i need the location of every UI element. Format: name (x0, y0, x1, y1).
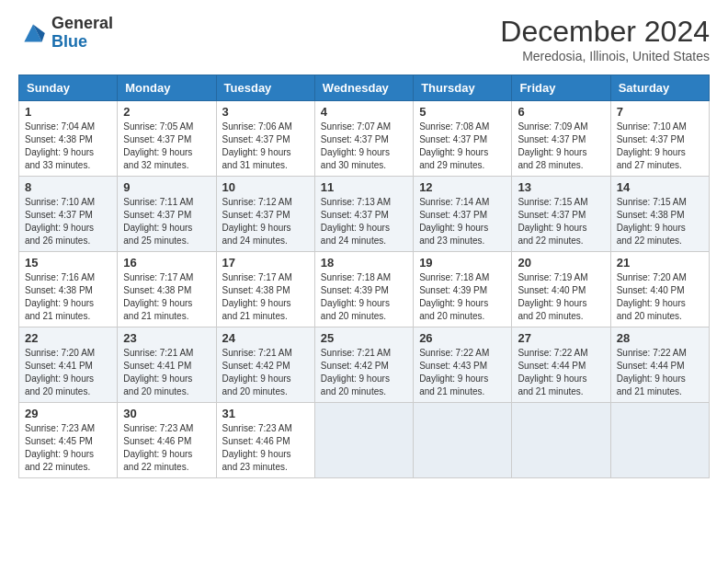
cell-info: Sunrise: 7:13 AMSunset: 4:37 PMDaylight:… (321, 196, 407, 247)
calendar-cell: 25Sunrise: 7:21 AMSunset: 4:42 PMDayligh… (314, 327, 413, 403)
calendar-cell (414, 403, 512, 478)
day-number: 29 (25, 407, 111, 420)
calendar-cell (512, 403, 610, 478)
calendar-cell: 22Sunrise: 7:20 AMSunset: 4:41 PMDayligh… (19, 327, 118, 403)
cell-info: Sunrise: 7:16 AMSunset: 4:38 PMDaylight:… (25, 271, 111, 323)
calendar-cell: 9Sunrise: 7:11 AMSunset: 4:37 PMDaylight… (118, 177, 216, 252)
day-number: 9 (123, 180, 210, 194)
day-number: 16 (123, 256, 210, 270)
cell-info: Sunrise: 7:12 AMSunset: 4:37 PMDaylight:… (222, 196, 309, 247)
cell-info: Sunrise: 7:08 AMSunset: 4:37 PMDaylight:… (419, 121, 506, 172)
calendar-cell: 27Sunrise: 7:22 AMSunset: 4:44 PMDayligh… (512, 327, 610, 403)
calendar-cell: 26Sunrise: 7:22 AMSunset: 4:43 PMDayligh… (414, 327, 512, 403)
cell-info: Sunrise: 7:05 AMSunset: 4:37 PMDaylight:… (123, 121, 210, 172)
day-number: 18 (321, 256, 407, 270)
calendar-cell: 28Sunrise: 7:22 AMSunset: 4:44 PMDayligh… (610, 327, 709, 403)
col-header-wednesday: Wednesday (314, 75, 413, 101)
cell-info: Sunrise: 7:20 AMSunset: 4:40 PMDaylight:… (617, 271, 703, 323)
cell-info: Sunrise: 7:18 AMSunset: 4:39 PMDaylight:… (419, 271, 506, 323)
day-number: 28 (617, 331, 703, 345)
location: Meredosia, Illinois, United States (500, 49, 710, 63)
calendar-cell: 10Sunrise: 7:12 AMSunset: 4:37 PMDayligh… (216, 177, 314, 252)
day-number: 30 (123, 407, 210, 420)
calendar-cell: 6Sunrise: 7:09 AMSunset: 4:37 PMDaylight… (512, 101, 610, 177)
calendar-cell: 21Sunrise: 7:20 AMSunset: 4:40 PMDayligh… (610, 252, 709, 327)
calendar-cell: 13Sunrise: 7:15 AMSunset: 4:37 PMDayligh… (512, 177, 610, 252)
day-number: 1 (25, 105, 111, 119)
cell-info: Sunrise: 7:17 AMSunset: 4:38 PMDaylight:… (222, 271, 309, 323)
cell-info: Sunrise: 7:15 AMSunset: 4:37 PMDaylight:… (518, 196, 604, 247)
calendar-cell: 24Sunrise: 7:21 AMSunset: 4:42 PMDayligh… (216, 327, 314, 403)
cell-info: Sunrise: 7:20 AMSunset: 4:41 PMDaylight:… (25, 347, 111, 398)
calendar-cell: 31Sunrise: 7:23 AMSunset: 4:46 PMDayligh… (216, 403, 314, 478)
calendar-cell: 30Sunrise: 7:23 AMSunset: 4:46 PMDayligh… (118, 403, 216, 478)
cell-info: Sunrise: 7:07 AMSunset: 4:37 PMDaylight:… (321, 121, 407, 172)
cell-info: Sunrise: 7:11 AMSunset: 4:37 PMDaylight:… (123, 196, 210, 247)
cell-info: Sunrise: 7:10 AMSunset: 4:37 PMDaylight:… (25, 196, 111, 247)
day-number: 22 (25, 331, 111, 345)
logo: General Blue (18, 15, 113, 52)
day-number: 2 (123, 105, 210, 119)
cell-info: Sunrise: 7:06 AMSunset: 4:37 PMDaylight:… (222, 121, 309, 172)
day-number: 25 (321, 331, 407, 345)
calendar-cell: 5Sunrise: 7:08 AMSunset: 4:37 PMDaylight… (414, 101, 512, 177)
logo-icon (18, 18, 48, 48)
col-header-saturday: Saturday (610, 75, 709, 101)
calendar-cell: 4Sunrise: 7:07 AMSunset: 4:37 PMDaylight… (314, 101, 413, 177)
day-number: 12 (419, 180, 506, 194)
calendar-cell: 18Sunrise: 7:18 AMSunset: 4:39 PMDayligh… (314, 252, 413, 327)
day-number: 5 (419, 105, 506, 119)
day-number: 10 (222, 180, 309, 194)
calendar-cell: 19Sunrise: 7:18 AMSunset: 4:39 PMDayligh… (414, 252, 512, 327)
cell-info: Sunrise: 7:19 AMSunset: 4:40 PMDaylight:… (518, 271, 604, 323)
day-number: 17 (222, 256, 309, 270)
cell-info: Sunrise: 7:21 AMSunset: 4:42 PMDaylight:… (321, 347, 407, 398)
cell-info: Sunrise: 7:04 AMSunset: 4:38 PMDaylight:… (25, 121, 111, 172)
day-number: 15 (25, 256, 111, 270)
day-number: 23 (123, 331, 210, 345)
cell-info: Sunrise: 7:17 AMSunset: 4:38 PMDaylight:… (123, 271, 210, 323)
day-number: 27 (518, 331, 604, 345)
calendar-cell: 3Sunrise: 7:06 AMSunset: 4:37 PMDaylight… (216, 101, 314, 177)
day-number: 26 (419, 331, 506, 345)
day-number: 7 (617, 105, 703, 119)
calendar-cell: 23Sunrise: 7:21 AMSunset: 4:41 PMDayligh… (118, 327, 216, 403)
calendar-cell: 29Sunrise: 7:23 AMSunset: 4:45 PMDayligh… (19, 403, 118, 478)
cell-info: Sunrise: 7:23 AMSunset: 4:46 PMDaylight:… (123, 422, 210, 474)
col-header-friday: Friday (512, 75, 610, 101)
calendar-cell: 1Sunrise: 7:04 AMSunset: 4:38 PMDaylight… (19, 101, 118, 177)
day-number: 4 (321, 105, 407, 119)
title-area: December 2024 Meredosia, Illinois, Unite… (500, 15, 710, 63)
col-header-sunday: Sunday (19, 75, 118, 101)
month-title: December 2024 (500, 15, 710, 49)
calendar-cell: 17Sunrise: 7:17 AMSunset: 4:38 PMDayligh… (216, 252, 314, 327)
day-number: 8 (25, 180, 111, 194)
day-number: 11 (321, 180, 407, 194)
calendar-table: SundayMondayTuesdayWednesdayThursdayFrid… (18, 75, 710, 478)
cell-info: Sunrise: 7:23 AMSunset: 4:46 PMDaylight:… (222, 422, 309, 474)
calendar-cell (610, 403, 709, 478)
cell-info: Sunrise: 7:21 AMSunset: 4:41 PMDaylight:… (123, 347, 210, 398)
cell-info: Sunrise: 7:09 AMSunset: 4:37 PMDaylight:… (518, 121, 604, 172)
day-number: 19 (419, 256, 506, 270)
day-number: 31 (222, 407, 309, 420)
cell-info: Sunrise: 7:23 AMSunset: 4:45 PMDaylight:… (25, 422, 111, 474)
cell-info: Sunrise: 7:22 AMSunset: 4:44 PMDaylight:… (518, 347, 604, 398)
calendar-cell: 7Sunrise: 7:10 AMSunset: 4:37 PMDaylight… (610, 101, 709, 177)
calendar-cell: 20Sunrise: 7:19 AMSunset: 4:40 PMDayligh… (512, 252, 610, 327)
day-number: 13 (518, 180, 604, 194)
day-number: 20 (518, 256, 604, 270)
calendar-cell: 14Sunrise: 7:15 AMSunset: 4:38 PMDayligh… (610, 177, 709, 252)
cell-info: Sunrise: 7:10 AMSunset: 4:37 PMDaylight:… (617, 121, 703, 172)
header: General Blue December 2024 Meredosia, Il… (18, 15, 710, 63)
calendar-cell: 15Sunrise: 7:16 AMSunset: 4:38 PMDayligh… (19, 252, 118, 327)
day-number: 3 (222, 105, 309, 119)
day-number: 14 (617, 180, 703, 194)
col-header-monday: Monday (118, 75, 216, 101)
calendar-cell: 11Sunrise: 7:13 AMSunset: 4:37 PMDayligh… (314, 177, 413, 252)
cell-info: Sunrise: 7:21 AMSunset: 4:42 PMDaylight:… (222, 347, 309, 398)
cell-info: Sunrise: 7:14 AMSunset: 4:37 PMDaylight:… (419, 196, 506, 247)
calendar-cell: 2Sunrise: 7:05 AMSunset: 4:37 PMDaylight… (118, 101, 216, 177)
cell-info: Sunrise: 7:15 AMSunset: 4:38 PMDaylight:… (617, 196, 703, 247)
logo-text: General Blue (51, 15, 113, 52)
